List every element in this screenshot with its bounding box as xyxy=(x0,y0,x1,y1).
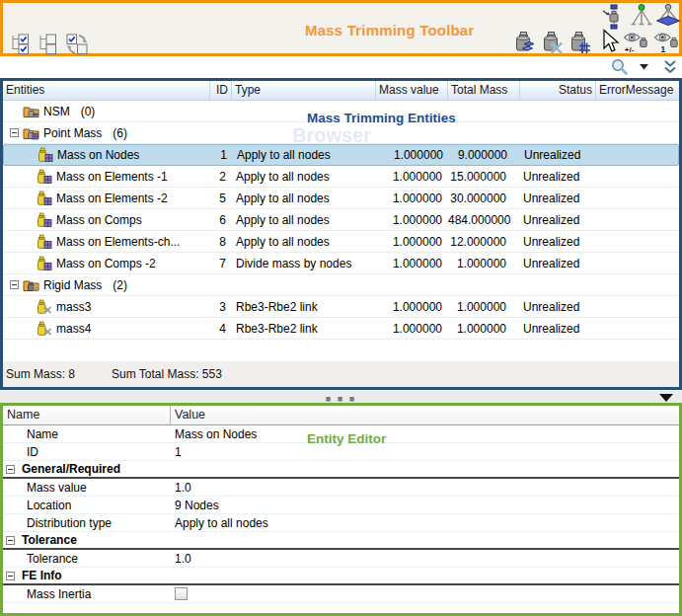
status-cell: Unrealized xyxy=(520,300,596,314)
id-cell: 7 xyxy=(210,257,232,270)
editor-section-fe-info: FE Info xyxy=(3,568,679,585)
column-header-mass-value[interactable]: Mass value xyxy=(376,81,448,100)
mass-cell: 1.000000 xyxy=(376,192,448,205)
table-row[interactable]: mass44Rbe3-Rbe2 link1.0000001.000000Unre… xyxy=(3,318,679,340)
column-header-status[interactable]: Status xyxy=(520,81,596,100)
mass-mesh-icon[interactable] xyxy=(567,30,592,55)
point-mass-icon xyxy=(37,147,53,163)
uncheck-all-icon[interactable] xyxy=(37,31,62,56)
entities-cell: Mass on Elements -1 xyxy=(3,169,210,185)
table-row[interactable]: Mass on Elements-ch...8Apply to all node… xyxy=(3,231,679,253)
section-collapse-expander[interactable] xyxy=(6,572,15,580)
table-row[interactable]: Mass on Nodes1Apply to all nodes1.000000… xyxy=(3,144,679,166)
spider-nodes-icon[interactable] xyxy=(629,3,654,29)
editor-row: Mass value1.0 xyxy=(3,479,679,497)
collapse-expander[interactable] xyxy=(10,128,19,137)
section-collapse-expander[interactable] xyxy=(6,465,15,474)
check-all-icon[interactable] xyxy=(9,31,35,56)
splitter-collapse-arrow-icon[interactable] xyxy=(659,394,673,402)
mass-cell: 1.000000 xyxy=(376,170,448,184)
status-cell: Unrealized xyxy=(521,148,597,162)
entities-cell: mass4 xyxy=(3,321,210,337)
type-cell: Apply to all nodes xyxy=(232,235,376,249)
entity-label: Mass on Elements -2 xyxy=(56,192,168,205)
entities-cell: mass3 xyxy=(3,299,210,315)
column-header-errormessage[interactable]: ErrorMessage xyxy=(596,81,679,100)
column-header-type[interactable]: Type xyxy=(232,81,376,100)
column-header-total-mass[interactable]: Total Mass xyxy=(448,81,520,100)
collapse-expander[interactable] xyxy=(10,280,19,289)
show-only-mass-icon[interactable]: 1 xyxy=(653,29,679,54)
entity-count: (2) xyxy=(113,278,127,292)
spider-elements-icon[interactable] xyxy=(655,3,681,29)
entity-label: Mass on Comps -2 xyxy=(56,257,156,270)
property-value[interactable]: 1.0 xyxy=(171,481,679,495)
mass-on-elements-icon[interactable] xyxy=(511,30,537,55)
property-value[interactable]: Mass on Nodes xyxy=(171,427,679,441)
type-cell: Rbe3-Rbe2 link xyxy=(232,300,376,314)
entities-cell: Mass on Comps -2 xyxy=(3,256,210,271)
section-collapse-expander[interactable] xyxy=(6,536,15,545)
entity-label: Mass on Comps xyxy=(56,213,142,227)
browser-annotation: Mass Trimming Entities xyxy=(307,111,456,125)
id-cell: 6 xyxy=(210,213,232,227)
property-value[interactable]: 9 Nodes xyxy=(171,499,679,512)
svg-text:1: 1 xyxy=(660,44,665,54)
point-mass-icon xyxy=(36,234,52,250)
property-name: Distribution type xyxy=(3,516,171,530)
folder-nsm-icon xyxy=(23,104,39,119)
entity-count: (6) xyxy=(113,126,127,140)
editor-header-value: Value xyxy=(171,406,679,424)
folder-rigid-mass-icon xyxy=(23,277,39,293)
sum-mass-label: Sum Mass: 8 xyxy=(6,367,75,381)
dropdown-arrow-icon[interactable] xyxy=(640,64,648,70)
table-row[interactable]: Mass on Elements -12Apply to all nodes1.… xyxy=(3,166,679,188)
entity-label: Rigid Mass xyxy=(43,278,102,292)
entities-cell: Mass on Elements-ch... xyxy=(3,234,210,250)
total-cell: 1.000000 xyxy=(448,322,520,336)
type-cell: Rbe3-Rbe2 link xyxy=(232,322,376,336)
total-cell: 15.000000 xyxy=(448,170,520,184)
mass-cell: 1.000000 xyxy=(376,257,448,270)
table-header: EntitiesIDTypeMass valueTotal MassStatus… xyxy=(3,81,679,101)
mass-cell: 1.000000 xyxy=(376,300,448,314)
mass-cross-icon[interactable] xyxy=(539,30,565,55)
svg-text:+/-: +/- xyxy=(625,45,635,54)
status-cell: Unrealized xyxy=(520,192,596,205)
section-title: FE Info xyxy=(22,569,62,582)
editor-section-tolerance: Tolerance xyxy=(3,532,679,550)
property-value[interactable]: 1.0 xyxy=(171,552,679,566)
cursor-icon[interactable] xyxy=(596,29,622,54)
table-row[interactable]: Mass on Comps6Apply to all nodes1.000000… xyxy=(3,209,679,231)
property-value[interactable]: Apply to all nodes xyxy=(171,516,679,530)
entities-cell: Mass on Nodes xyxy=(4,147,211,163)
editor-row: Distribution typeApply to all nodes xyxy=(3,514,679,532)
collapse-chevrons-icon[interactable] xyxy=(663,59,677,75)
property-name: Location xyxy=(3,499,171,512)
entities-cell: Point Mass(6) xyxy=(3,125,210,141)
property-name: Mass Inertia xyxy=(3,587,171,601)
entity-label: NSM xyxy=(43,105,70,118)
pane-splitter[interactable]: ■ ■ ■ xyxy=(0,390,682,403)
table-row[interactable]: Rigid Mass(2) xyxy=(3,274,679,296)
id-cell: 1 xyxy=(211,148,233,162)
column-header-id[interactable]: ID xyxy=(210,81,232,100)
mass-inertia-checkbox[interactable] xyxy=(175,587,188,600)
editor-row: Mass Inertia xyxy=(3,585,679,603)
table-row[interactable]: Mass on Elements -25Apply to all nodes1.… xyxy=(3,188,679,209)
table-row[interactable]: Mass on Comps -27Divide mass by nodes1.0… xyxy=(3,253,679,274)
property-name: Name xyxy=(3,427,171,441)
search-icon[interactable] xyxy=(610,57,630,77)
entity-count: (0) xyxy=(81,105,96,118)
mass-cell: 1.000000 xyxy=(376,213,448,227)
search-row xyxy=(0,56,682,78)
column-header-entities[interactable]: Entities xyxy=(3,81,210,100)
mass-trimming-toolbar: Mass Trimming Toolbar +/- xyxy=(0,0,682,56)
table-row[interactable]: mass33Rbe3-Rbe2 link1.0000001.000000Unre… xyxy=(3,296,679,318)
reverse-check-icon[interactable] xyxy=(64,31,90,56)
property-value[interactable]: 1 xyxy=(171,445,679,459)
status-cell: Unrealized xyxy=(520,213,596,227)
mass-on-node-icon[interactable] xyxy=(601,4,627,30)
entities-cell: Rigid Mass(2) xyxy=(3,277,210,293)
show-hide-mass-icon[interactable]: +/- xyxy=(623,29,648,54)
